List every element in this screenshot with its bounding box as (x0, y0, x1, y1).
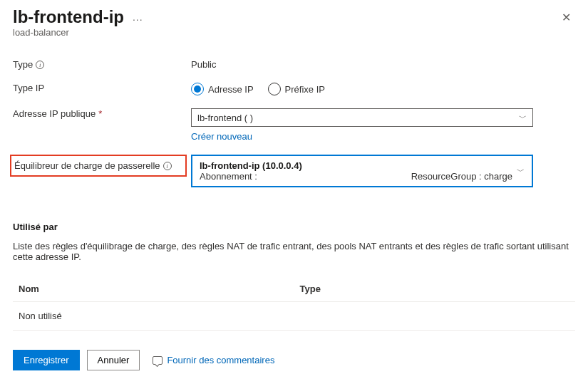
label-public-ip-text: Adresse IP publique (13, 108, 96, 119)
info-icon[interactable]: i (36, 61, 44, 69)
close-icon[interactable]: ✕ (557, 8, 575, 27)
create-new-link[interactable]: Créer nouveau (191, 131, 252, 142)
label-public-ip: Adresse IP publique * (13, 108, 191, 119)
page-title: lb-frontend-ip (13, 7, 124, 27)
feedback-link[interactable]: Fournir des commentaires (153, 355, 274, 365)
radio-icon (268, 83, 281, 95)
more-icon[interactable]: ··· (130, 14, 146, 25)
resource-type: load-balancer (13, 27, 575, 38)
gateway-lb-resourcegroup: ResourceGroup : charge (411, 171, 512, 182)
public-ip-selected-value: lb-frontend ( ) (197, 113, 253, 123)
gateway-lb-select[interactable]: lb-frontend-ip (10.0.0.4) Abonnement : R… (191, 155, 533, 187)
label-type: Type i (13, 59, 191, 70)
label-type-text: Type (13, 59, 33, 70)
gateway-lb-callout: Équilibreur de charge de passerelle i (10, 155, 187, 177)
info-icon[interactable]: i (163, 162, 172, 170)
save-button[interactable]: Enregistrer (13, 350, 80, 370)
feedback-icon (153, 356, 163, 365)
cancel-button[interactable]: Annuler (87, 350, 140, 370)
used-by-table: Nom Type Non utilisé (13, 276, 575, 331)
radio-prefix-label: Préfixe IP (285, 84, 325, 95)
required-indicator: * (98, 108, 102, 119)
radio-icon (191, 83, 204, 95)
radio-ip-prefix[interactable]: Préfixe IP (268, 83, 325, 95)
chevron-down-icon: ﹀ (519, 113, 527, 123)
public-ip-select[interactable]: lb-frontend ( ) ﹀ (191, 108, 533, 127)
label-gateway-lb: Équilibreur de charge de passerelle (14, 160, 160, 171)
col-type: Type (294, 276, 576, 302)
used-by-description: Liste des règles d'équilibrage de charge… (13, 241, 575, 262)
radio-ip-address[interactable]: Adresse IP (191, 83, 254, 95)
gateway-lb-selected-title: lb-frontend-ip (10.0.0.4) (200, 160, 512, 171)
chevron-down-icon: ﹀ (517, 166, 525, 177)
radio-ip-label: Adresse IP (208, 84, 254, 95)
gateway-lb-subscription: Abonnement : (200, 171, 257, 182)
cell-name: Non utilisé (13, 302, 294, 331)
feedback-label: Fournir des commentaires (167, 355, 274, 365)
table-row: Non utilisé (13, 302, 575, 331)
col-name: Nom (13, 276, 294, 302)
cell-type (294, 302, 576, 331)
label-type-ip: Type IP (13, 83, 191, 93)
used-by-heading: Utilisé par (13, 222, 575, 232)
type-value: Public (191, 59, 575, 70)
